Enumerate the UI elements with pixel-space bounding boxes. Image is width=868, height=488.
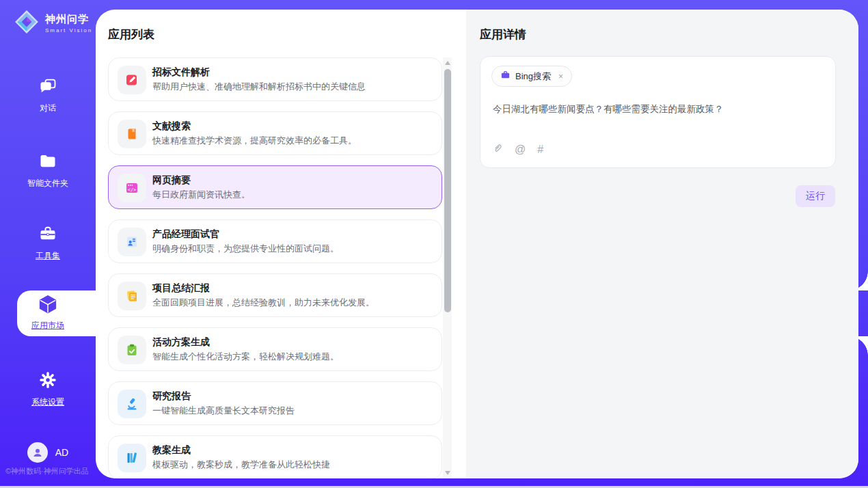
app-name: 招标文件解析: [152, 66, 210, 79]
sidebar-item-label: 应用市场: [31, 320, 64, 331]
app-card-lesson-plan[interactable]: 教案生成 模板驱动，教案秒成，教学准备从此轻松快捷: [108, 435, 442, 478]
app-desc: 一键智能生成高质量长文本研究报告: [152, 405, 295, 417]
copyright-text: ©神州数码·神州问学出品: [5, 466, 101, 476]
app-name: 活动方案生成: [152, 336, 210, 349]
app-desc: 明确身份和职责，为您提供专业性的面试问题。: [152, 243, 339, 255]
run-button[interactable]: 运行: [796, 185, 835, 207]
brand-logo: 神州问学 Smart Vision: [14, 9, 92, 38]
brand-name: 神州问学: [45, 13, 92, 26]
app-detail-panel: 应用详情 Bing搜索 × 今日湖北有哪些新闻要点？有哪些需要关注的最新政策？: [466, 10, 858, 478]
app-list-scrollbar[interactable]: [443, 57, 452, 478]
clipboard-check-icon: [118, 336, 146, 364]
app-desc: 智能生成个性化活动方案，轻松解决规划难题。: [152, 351, 339, 363]
app-detail-title: 应用详情: [480, 27, 526, 42]
prompt-card: Bing搜索 × 今日湖北有哪些新闻要点？有哪些需要关注的最新政策？ @ #: [480, 56, 836, 168]
scrollbar-thumb[interactable]: [444, 69, 451, 312]
sidebar-item-folders[interactable]: 智能文件夹: [0, 152, 96, 189]
app-desc: 快速精准查找学术资源，提高研究效率的必备工具。: [152, 135, 357, 147]
sidebar-item-app-market[interactable]: 应用市场: [0, 294, 96, 331]
microscope-icon: [118, 390, 146, 418]
interview-icon: [118, 228, 146, 256]
app-card-research-report[interactable]: 研究报告 一键智能生成高质量长文本研究报告: [108, 381, 442, 425]
app-name: 文献搜索: [152, 120, 191, 133]
app-name: 研究报告: [152, 390, 191, 403]
svg-text:</>: </>: [128, 187, 137, 193]
app-card-list: 招标文件解析 帮助用户快速、准确地理解和解析招标书中的关键信息 文献搜索 快速精…: [108, 57, 442, 478]
app-card-webpage-summary[interactable]: </> 网页摘要 每日政府新闻资讯快查。: [108, 165, 442, 209]
sidebar-item-label: 智能文件夹: [27, 178, 68, 189]
tag-close-icon[interactable]: ×: [558, 72, 563, 81]
chat-icon: [38, 77, 57, 98]
tool-tag-label: Bing搜索: [515, 70, 551, 83]
sidebar-item-tools[interactable]: 工具集: [0, 224, 96, 262]
app-name: 项目总结汇报: [152, 282, 210, 295]
folder-icon: [38, 152, 57, 173]
mention-icon[interactable]: @: [515, 144, 526, 155]
avatar: [27, 442, 48, 463]
sidebar-item-chat[interactable]: 对话: [0, 77, 96, 114]
app-desc: 每日政府新闻资讯快查。: [152, 189, 250, 201]
diamond-logo-icon: [14, 9, 40, 38]
book-icon: [118, 120, 146, 148]
user-account[interactable]: AD: [0, 442, 96, 463]
app-desc: 模板驱动，教案秒成，教学准备从此轻松快捷: [152, 459, 330, 471]
app-card-pm-interviewer[interactable]: 产品经理面试官 明确身份和职责，为您提供专业性的面试问题。: [108, 219, 442, 263]
scroll-up-arrow-icon[interactable]: [445, 61, 450, 65]
cube-icon: [38, 294, 58, 316]
tool-tag-bing-search[interactable]: Bing搜索 ×: [491, 66, 572, 87]
app-name: 产品经理面试官: [152, 228, 219, 241]
attachment-icon[interactable]: [491, 142, 503, 157]
app-card-project-summary[interactable]: 项目总结汇报 全面回顾项目进展，总结经验教训，助力未来优化发展。: [108, 273, 442, 317]
hash-icon[interactable]: #: [537, 144, 543, 155]
app-card-bid-doc[interactable]: 招标文件解析 帮助用户快速、准确地理解和解析招标书中的关键信息: [108, 57, 442, 101]
app-list-title: 应用列表: [108, 27, 154, 42]
gear-icon: [38, 370, 57, 392]
brand-subtitle: Smart Vision: [45, 27, 92, 33]
app-desc: 全面回顾项目进展，总结经验教训，助力未来优化发展。: [152, 297, 375, 309]
scroll-down-arrow-icon[interactable]: [445, 471, 450, 475]
app-card-activity-plan[interactable]: 活动方案生成 智能生成个性化活动方案，轻松解决规划难题。: [108, 327, 442, 371]
briefcase-icon: [500, 70, 511, 83]
webpage-icon: </>: [118, 174, 146, 202]
toolbox-icon: [38, 224, 57, 245]
sidebar-item-settings[interactable]: 系统设置: [0, 370, 96, 408]
main-content: 应用列表 招标文件解析 帮助用户快速、准确地理解和解析招标书中的关键信息 文献搜…: [96, 10, 858, 478]
notes-icon: [118, 282, 146, 310]
app-desc: 帮助用户快速、准确地理解和解析招标书中的关键信息: [152, 81, 366, 93]
app-card-literature-search[interactable]: 文献搜索 快速精准查找学术资源，提高研究效率的必备工具。: [108, 111, 442, 155]
sidebar-item-label: 工具集: [36, 250, 60, 262]
sidebar-item-label: 系统设置: [31, 396, 64, 408]
app-name: 网页摘要: [152, 174, 191, 187]
books-icon: [118, 444, 146, 472]
bid-doc-icon: [118, 66, 146, 94]
app-name: 教案生成: [152, 444, 191, 457]
user-initials: AD: [55, 447, 68, 458]
prompt-toolbar: @ #: [491, 142, 543, 157]
prompt-input[interactable]: 今日湖北有哪些新闻要点？有哪些需要关注的最新政策？: [493, 103, 822, 116]
sidebar-item-label: 对话: [40, 103, 56, 114]
